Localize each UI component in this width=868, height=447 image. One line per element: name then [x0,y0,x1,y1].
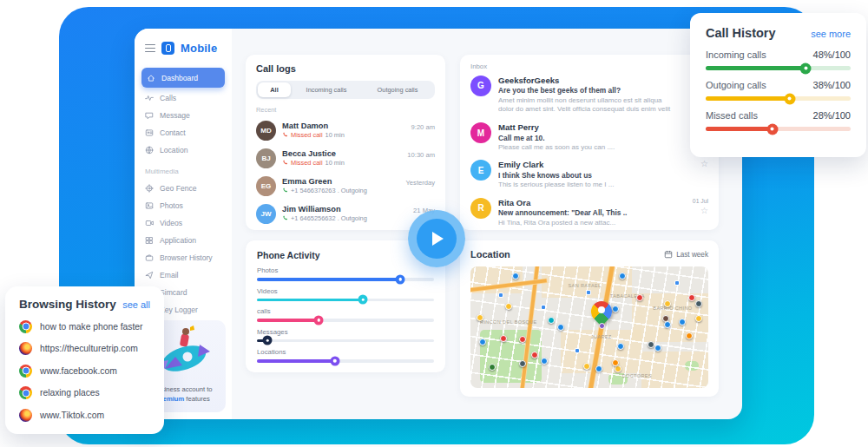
metric-slider-track[interactable] [706,66,851,70]
slider-label: Videos [257,287,434,295]
browsing-entry-text: how to make phone faster [40,322,143,332]
sidebar-item-browser-history[interactable]: Browser History [135,249,232,266]
slider-track[interactable] [257,278,434,281]
map-marker[interactable] [612,306,619,312]
sidebar-item-calls[interactable]: Calls [135,89,232,107]
browsing-history-item[interactable]: www.Tiktok.com [19,409,150,422]
metric-slider-track[interactable] [706,127,851,131]
map-marker[interactable] [548,317,555,324]
map-marker[interactable] [686,332,693,339]
see-all-link[interactable]: see all [122,299,150,310]
call-log-row[interactable]: MDMatt DamonMissed call10 min9:20 am [256,116,435,144]
map-marker[interactable] [479,339,486,345]
sidebar-item-videos[interactable]: Videos [135,214,232,232]
map-marker[interactable] [583,363,590,370]
map-marker[interactable] [615,365,621,372]
map-marker[interactable] [512,273,519,279]
call-log-main: Matt DamonMissed call10 min [282,122,405,140]
sidebar-item-location[interactable]: Location [135,141,232,159]
map-marker[interactable] [595,365,602,372]
phone-activity-title: Phone Activity [257,250,434,260]
call-log-row[interactable]: EGEmma Green+1 5466376263 . OutgoingYest… [256,172,435,200]
browsing-history-item[interactable]: relaxing places [19,386,150,399]
call-log-row[interactable]: JWJim Williamson+1 6465256632 . Outgoing… [256,200,435,227]
map-marker[interactable] [617,343,624,350]
see-more-link[interactable]: see more [811,29,851,39]
slider-knob[interactable] [263,336,273,345]
browsing-history-title: Browsing History [19,298,116,311]
phone-icon [282,132,288,138]
play-icon [432,232,444,246]
sidebar-item-contact[interactable]: Contact [135,124,232,141]
map-marker[interactable] [477,314,483,321]
metric-slider-knob[interactable] [766,123,778,135]
sidebar-item-email[interactable]: Email [135,266,232,284]
map-marker[interactable] [500,335,507,342]
slider-knob[interactable] [358,295,368,305]
inbox-message-row[interactable]: EEmily ClarkI think She knows about usTh… [470,155,708,193]
hamburger-menu-icon[interactable] [145,44,155,53]
tab-all[interactable]: All [258,82,291,97]
sidebar-item-photos[interactable]: Photos [135,197,232,214]
slider-track[interactable] [257,319,434,322]
play-video-button[interactable] [408,210,465,267]
browsing-history-item[interactable]: how to make phone faster [19,320,150,333]
slider-knob[interactable] [396,274,405,284]
map-marker[interactable] [664,321,671,328]
map-marker[interactable] [654,345,661,352]
map[interactable]: SAN RAFAELTABACALERABARRIO CHINORINCON D… [470,266,708,388]
metric-slider-knob[interactable] [800,62,812,74]
briefcase-icon [145,253,154,262]
map-marker[interactable] [688,294,695,301]
star-icon[interactable]: ☆ [700,160,708,168]
browsing-history-item[interactable]: https://theculturetrip.com [19,342,150,355]
tab-incoming-calls[interactable]: Incoming calls [291,82,362,97]
slider-track[interactable] [257,299,434,302]
map-marker[interactable] [695,315,702,322]
inbox-message-row[interactable]: RRita OraNew announcement: "Dear All, Th… [470,193,708,230]
message-main: Matt PerryCall me at 10.Please call me a… [498,122,675,153]
call-time: Yesterday [406,179,436,187]
map-location-pin[interactable] [591,301,612,322]
map-marker[interactable] [612,359,619,366]
phone-icon [282,160,288,166]
map-marker[interactable] [619,273,626,279]
metric-label: Outgoing calls [706,80,766,90]
date-range-selector[interactable]: Last week [664,250,708,259]
sidebar-item-message[interactable]: Message [135,107,232,124]
slider-knob[interactable] [314,315,324,325]
sidebar-item-dashboard[interactable]: Dashboard [141,68,225,88]
inbox-message-row[interactable]: GGeeksforGeeksAre you the best geeks of … [470,70,708,118]
firefox-icon [19,342,32,355]
map-marker[interactable] [531,352,538,358]
map-marker[interactable] [541,358,548,365]
sidebar-item-application[interactable]: Application [135,232,232,249]
slider-track[interactable] [257,359,434,363]
star-icon[interactable]: ☆ [700,207,708,215]
map-marker[interactable] [664,300,671,307]
call-log-main: Jim Williamson+1 6465256632 . Outgoing [282,205,407,223]
sidebar-item-label: Contact [160,128,186,137]
map-marker[interactable] [519,336,526,343]
map-marker[interactable] [648,341,654,348]
map-marker[interactable] [519,360,526,367]
browsing-history-item[interactable]: www.facebook.com [19,365,150,378]
phone-icon [282,187,288,194]
slider-knob[interactable] [330,356,339,365]
slider-track[interactable] [257,339,434,343]
map-marker[interactable] [505,303,512,310]
call-log-row[interactable]: BJBecca JusticeMissed call10 min10:30 am [256,144,435,172]
call-logs-title: Call logs [256,63,435,74]
tab-outgoing-calls[interactable]: Outgoing calls [362,82,433,97]
map-marker[interactable] [489,364,496,371]
map-marker[interactable] [695,300,702,307]
map-marker[interactable] [636,294,643,301]
inbox-message-row[interactable]: MMatt PerryCall me at 10.Please call me … [470,118,708,155]
map-marker[interactable] [557,324,564,331]
map-marker[interactable] [679,319,686,325]
browsing-entry-text: relaxing places [40,388,100,398]
sidebar-item-geo-fence[interactable]: Geo Fence [135,180,232,197]
metric-slider-track[interactable] [706,96,851,101]
call-detail: +1 6465256632 . Outgoing [282,214,407,222]
metric-slider-knob[interactable] [784,93,795,104]
